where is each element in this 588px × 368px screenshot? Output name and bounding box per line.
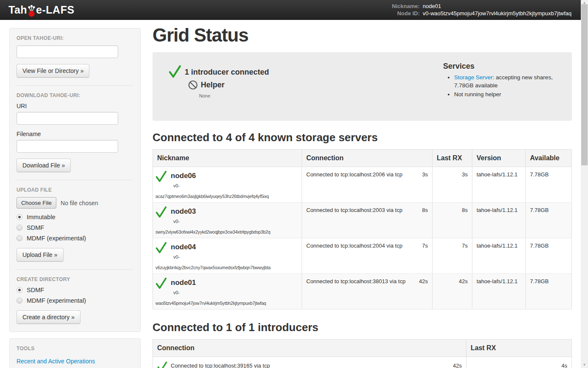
tools-box: TOOLS Recent and Active Operations bbox=[9, 338, 141, 368]
server-id: v6zuyjkbrrkqy2bvc2cny7qwax5sxumedsxfzfjw… bbox=[155, 265, 298, 270]
radio-upload-mdmf[interactable] bbox=[17, 235, 22, 241]
scroll-down-arrow[interactable]: ▼ bbox=[581, 362, 588, 368]
tahoe-lafs-logo: Tah e-LAFS bbox=[8, 4, 75, 17]
choose-file-button[interactable]: Choose File bbox=[17, 197, 56, 209]
recent-operations-link[interactable]: Recent and Active Operations bbox=[17, 358, 95, 365]
server-connection: Connected to tcp:localhost:2003 via tcp bbox=[306, 207, 402, 213]
open-uri-label: OPEN TAHOE-URI: bbox=[17, 35, 133, 41]
main-content: Grid Status 1 introducer connected Helpe… bbox=[153, 20, 572, 368]
storage-servers-heading: Connected to 4 of 4 known storage server… bbox=[153, 131, 572, 144]
radio-upload-sdmf-label: SDMF bbox=[27, 224, 44, 231]
connection-since: 42s bbox=[419, 278, 428, 284]
node-id-value: v0-wao5tzv45pmoju47jow7rvl4ukirjm5ytbh2k… bbox=[423, 10, 571, 17]
download-file-button[interactable]: Download File » bbox=[17, 159, 71, 172]
server-id-prefix: v0- bbox=[173, 183, 298, 188]
connected-check-icon bbox=[155, 277, 167, 290]
server-connection: Connected to tcp:localhost:2006 via tcp bbox=[306, 171, 402, 178]
col-available: Available bbox=[526, 150, 572, 167]
table-row: Connected to tcp:localhost:39165 via tcp… bbox=[153, 357, 572, 368]
introducer-status-text: 1 introducer connected bbox=[185, 65, 269, 77]
server-nickname: node04 bbox=[171, 242, 196, 251]
connected-check-icon bbox=[155, 170, 167, 183]
mkdir-format-option-sdmf[interactable]: SDMF bbox=[17, 287, 133, 293]
service-helper-item: Not running helper bbox=[454, 90, 570, 98]
server-id: acaz7qptmeo6m3asjlgkb6iwlyuqey53hz26tbdm… bbox=[155, 194, 298, 199]
top-navbar: Tah e-LAFS Nickname: node01 Node ID: v0-… bbox=[0, 0, 581, 20]
introducers-table-header-row: Connection Last RX bbox=[153, 340, 572, 357]
create-directory-section: CREATE DIRECTORY SDMF MDMF (experimental… bbox=[17, 269, 133, 332]
server-version: tahoe-lafs/1.12.1 bbox=[472, 203, 526, 238]
upload-file-button[interactable]: Upload File » bbox=[17, 248, 64, 262]
uri-field-label: URI bbox=[17, 103, 133, 109]
server-version: tahoe-lafs/1.12.1 bbox=[472, 167, 526, 203]
server-last-rx: 42s bbox=[433, 274, 472, 309]
logo-text-prefix: Tah bbox=[8, 4, 27, 16]
page-title: Grid Status bbox=[153, 25, 572, 45]
radio-mkdir-mdmf[interactable] bbox=[17, 298, 22, 304]
upload-format-option-mdmf[interactable]: MDMF (experimental) bbox=[17, 235, 133, 242]
introducer-last-rx: 4s bbox=[466, 357, 572, 368]
introducers-heading: Connected to 1 of 1 introducers bbox=[153, 321, 572, 334]
download-uri-input[interactable] bbox=[17, 112, 118, 125]
open-uri-input[interactable] bbox=[17, 45, 118, 58]
server-available: 7.78GB bbox=[526, 203, 572, 238]
table-row: node06 v0- acaz7qptmeo6m3asjlgkb6iwlyuqe… bbox=[153, 167, 572, 203]
col-nickname: Nickname bbox=[153, 150, 302, 167]
server-nickname: node01 bbox=[171, 277, 196, 287]
col-last-rx: Last RX bbox=[433, 150, 472, 167]
connection-since: 8s bbox=[422, 207, 428, 213]
radio-mkdir-mdmf-label: MDMF (experimental) bbox=[27, 297, 86, 304]
storage-servers-table: Nickname Connection Last RX Version Avai… bbox=[153, 149, 572, 309]
col-connection: Connection bbox=[302, 150, 433, 167]
radio-immutable[interactable] bbox=[17, 214, 22, 220]
not-running-icon bbox=[188, 80, 198, 90]
storage-server-link[interactable]: Storage Server bbox=[454, 74, 493, 81]
introducer-since: 42s bbox=[453, 362, 462, 368]
introducer-connection: Connected to tcp:localhost:39165 via tcp bbox=[171, 362, 270, 368]
grid-summary-panel: 1 introducer connected Helper None Servi… bbox=[153, 52, 572, 121]
services-block: Services Storage Server: accepting new s… bbox=[443, 62, 570, 99]
server-nickname: node03 bbox=[171, 206, 196, 216]
upload-file-label: UPLOAD FILE bbox=[17, 187, 133, 193]
services-title: Services bbox=[443, 62, 570, 71]
radio-upload-mdmf-label: MDMF (experimental) bbox=[27, 235, 86, 242]
connection-since: 3s bbox=[422, 171, 428, 178]
storage-table-header-row: Nickname Connection Last RX Version Avai… bbox=[153, 150, 572, 167]
helper-value: None bbox=[199, 93, 210, 98]
mkdir-format-option-mdmf[interactable]: MDMF (experimental) bbox=[17, 297, 133, 304]
node-info: Nickname: node01 Node ID: v0-wao5tzv45pm… bbox=[392, 3, 571, 17]
view-file-button[interactable]: View File or Directory » bbox=[17, 64, 89, 78]
download-uri-label: DOWNLOAD TAHOE-URI: bbox=[17, 92, 133, 98]
server-connection: Connected to tcp:localhost:2004 via tcp bbox=[306, 243, 402, 249]
nickname-label: Nickname: bbox=[392, 3, 420, 10]
filename-field-label: Filename bbox=[17, 131, 133, 137]
nickname-value: node01 bbox=[423, 3, 571, 10]
helper-status-row: Helper bbox=[188, 80, 225, 90]
helper-label: Helper bbox=[201, 81, 225, 89]
server-id-prefix: v0- bbox=[173, 219, 298, 224]
download-filename-input[interactable] bbox=[17, 140, 118, 153]
table-row: node03 v0- swny2viyw63ofxwi4x2yykd2woqjb… bbox=[153, 203, 572, 238]
sidebar-forms-box: OPEN TAHOE-URI: View File or Directory »… bbox=[9, 28, 141, 332]
server-last-rx: 7s bbox=[433, 238, 472, 274]
server-id: wao5tzv45pmoju47jow7rvl4ukirjm5ytbh2kjty… bbox=[155, 301, 298, 306]
introducer-status-row: 1 introducer connected bbox=[169, 65, 269, 78]
radio-mkdir-sdmf[interactable] bbox=[17, 287, 22, 293]
vertical-scrollbar[interactable]: ▲ ▼ bbox=[581, 0, 588, 368]
server-id: swny2viyw63ofxwi4x2yykd2woqjbpx3cw34xtri… bbox=[155, 229, 298, 234]
create-directory-label: CREATE DIRECTORY bbox=[17, 276, 133, 282]
tahoe-sprout-icon bbox=[28, 5, 36, 17]
connection-since: 7s bbox=[422, 243, 428, 249]
introducers-table: Connection Last RX Connected to tcp:loca… bbox=[153, 339, 572, 368]
create-directory-button[interactable]: Create a directory » bbox=[17, 310, 80, 324]
scrollbar-thumb[interactable] bbox=[581, 4, 588, 165]
upload-file-section: UPLOAD FILE Choose File No file chosen I… bbox=[17, 180, 133, 269]
upload-format-option-immutable[interactable]: Immutable bbox=[17, 214, 133, 220]
server-id-prefix: v0- bbox=[173, 254, 298, 259]
upload-format-option-sdmf[interactable]: SDMF bbox=[17, 224, 133, 231]
table-row: node01 v0- wao5tzv45pmoju47jow7rvl4ukirj… bbox=[153, 274, 572, 309]
server-version: tahoe-lafs/1.12.1 bbox=[472, 274, 526, 309]
green-check-icon bbox=[169, 65, 181, 78]
radio-upload-sdmf[interactable] bbox=[17, 225, 22, 231]
no-file-chosen-text: No file chosen bbox=[61, 200, 98, 206]
